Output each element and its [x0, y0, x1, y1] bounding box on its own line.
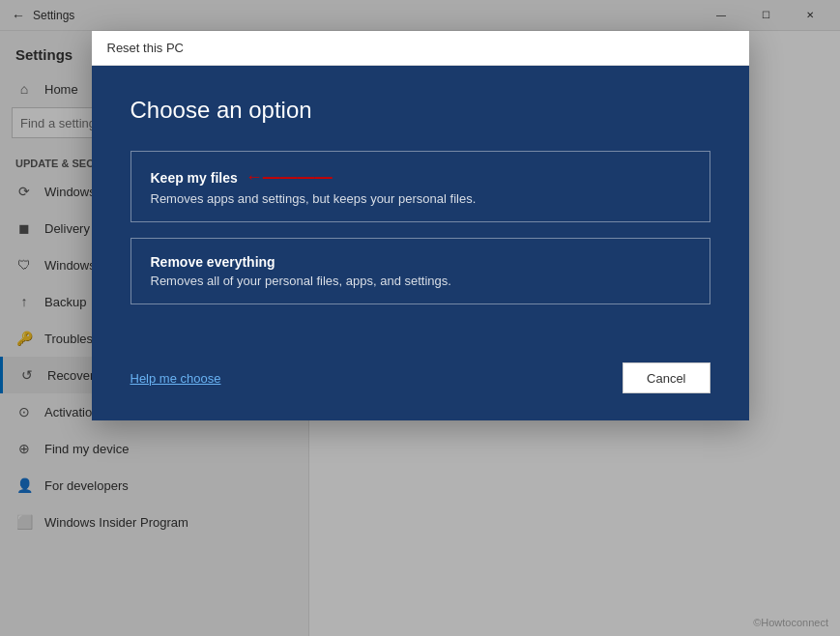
- remove-everything-desc: Removes all of your personal files, apps…: [151, 274, 690, 288]
- keep-files-desc: Removes apps and settings, but keeps you…: [151, 191, 690, 206]
- keep-files-option[interactable]: Keep my files ←———— Removes apps and set…: [130, 151, 710, 222]
- modal-overlay: Reset this PC Choose an option Keep my f…: [0, 0, 840, 636]
- red-arrow-icon: ←————: [246, 167, 333, 188]
- cancel-button[interactable]: Cancel: [623, 362, 710, 393]
- modal-footer: Help me choose Cancel: [92, 351, 749, 420]
- help-me-choose-link[interactable]: Help me choose: [130, 371, 221, 386]
- modal-window: Reset this PC Choose an option Keep my f…: [92, 31, 749, 420]
- keep-files-title: Keep my files ←————: [151, 167, 690, 188]
- modal-title: Reset this PC: [107, 41, 184, 55]
- remove-everything-option[interactable]: Remove everything Removes all of your pe…: [130, 238, 710, 304]
- modal-titlebar: Reset this PC: [92, 31, 749, 66]
- remove-everything-title: Remove everything: [151, 254, 690, 270]
- modal-heading: Choose an option: [130, 97, 710, 124]
- modal-body: Choose an option Keep my files ←———— Rem…: [92, 66, 749, 351]
